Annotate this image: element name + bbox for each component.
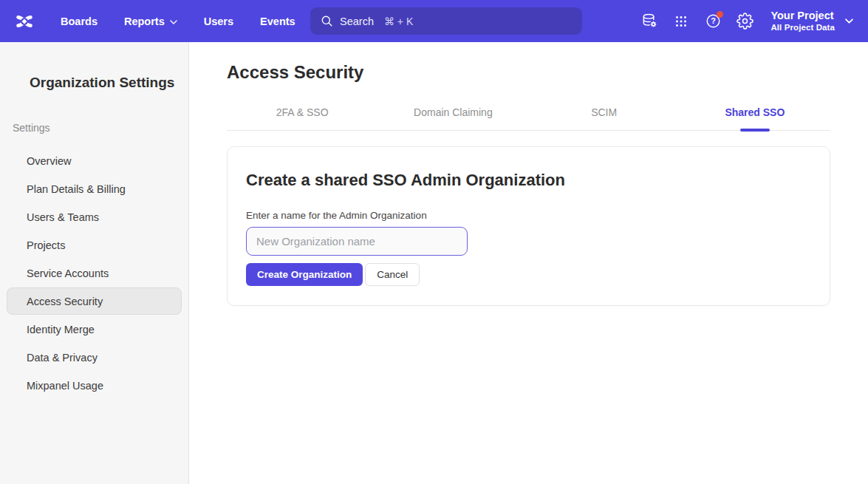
nav-item-label: Events <box>260 16 295 27</box>
notification-dot <box>717 11 723 18</box>
mixpanel-logo-icon[interactable] <box>12 9 37 34</box>
tab-bar: 2FA & SSODomain ClaimingSCIMShared SSO <box>227 106 830 131</box>
apps-grid-icon[interactable] <box>672 13 690 30</box>
main-content: Access Security 2FA & SSODomain Claiming… <box>189 42 868 484</box>
card-title: Create a shared SSO Admin Organization <box>246 171 811 190</box>
svg-text:?: ? <box>711 16 716 25</box>
nav-item-users[interactable]: Users <box>204 16 233 27</box>
chevron-down-icon <box>170 18 177 24</box>
sidebar-item-plan-details-and-billing[interactable]: Plan Details & Billing <box>7 175 182 202</box>
sidebar-item-users-and-teams[interactable]: Users & Teams <box>7 203 182 231</box>
create-organization-button[interactable]: Create Organization <box>246 263 363 286</box>
chevron-down-icon <box>845 18 853 24</box>
nav-item-events[interactable]: Events <box>260 16 295 27</box>
nav-item-label: Users <box>204 16 233 27</box>
top-navigation: BoardsReportsUsersEvents Search ⌘ + K <box>0 0 868 42</box>
sidebar-item-service-accounts[interactable]: Service Accounts <box>7 259 182 287</box>
sidebar-item-projects[interactable]: Projects <box>7 231 182 259</box>
settings-gear-icon[interactable] <box>736 13 753 30</box>
help-icon[interactable]: ? <box>704 13 722 30</box>
topnav-right-controls: ? Your Project All Project Data <box>640 9 853 33</box>
sidebar-title: Organization Settings <box>30 75 188 91</box>
settings-sidebar: Organization Settings Settings OverviewP… <box>0 42 189 484</box>
data-management-icon[interactable] <box>640 13 658 30</box>
project-subtitle: All Project Data <box>770 22 835 33</box>
org-name-label: Enter a name for the Admin Organization <box>246 210 811 221</box>
sidebar-item-data-and-privacy[interactable]: Data & Privacy <box>7 344 182 371</box>
tab-2fa-and-sso[interactable]: 2FA & SSO <box>227 106 377 130</box>
shared-sso-card: Create a shared SSO Admin Organization E… <box>227 146 830 306</box>
search-input[interactable]: Search ⌘ + K <box>310 7 582 35</box>
org-name-input[interactable] <box>246 227 468 256</box>
card-actions: Create Organization Cancel <box>246 263 811 286</box>
nav-item-label: Reports <box>124 16 165 27</box>
sidebar-item-mixpanel-usage[interactable]: Mixpanel Usage <box>7 372 182 399</box>
search-shortcut: ⌘ + K <box>384 16 413 27</box>
tab-domain-claiming[interactable]: Domain Claiming <box>377 106 528 130</box>
cancel-button[interactable]: Cancel <box>365 263 420 286</box>
page-title: Access Security <box>227 62 830 83</box>
nav-item-label: Boards <box>61 16 98 27</box>
sidebar-items: OverviewPlan Details & BillingUsers & Te… <box>0 147 188 399</box>
search-icon <box>321 15 333 27</box>
tab-shared-sso[interactable]: Shared SSO <box>680 106 830 130</box>
project-switcher[interactable]: Your Project All Project Data <box>770 9 853 33</box>
sidebar-section-label: Settings <box>13 122 188 134</box>
sidebar-item-identity-merge[interactable]: Identity Merge <box>7 316 182 343</box>
sidebar-item-overview[interactable]: Overview <box>7 147 182 174</box>
nav-item-boards[interactable]: Boards <box>61 16 98 27</box>
primary-nav: BoardsReportsUsersEvents <box>61 16 295 27</box>
nav-item-reports[interactable]: Reports <box>124 16 177 27</box>
project-name: Your Project <box>770 9 835 22</box>
search-placeholder: Search <box>340 16 374 27</box>
sidebar-item-access-security[interactable]: Access Security <box>7 287 182 315</box>
tab-scim[interactable]: SCIM <box>529 106 680 130</box>
